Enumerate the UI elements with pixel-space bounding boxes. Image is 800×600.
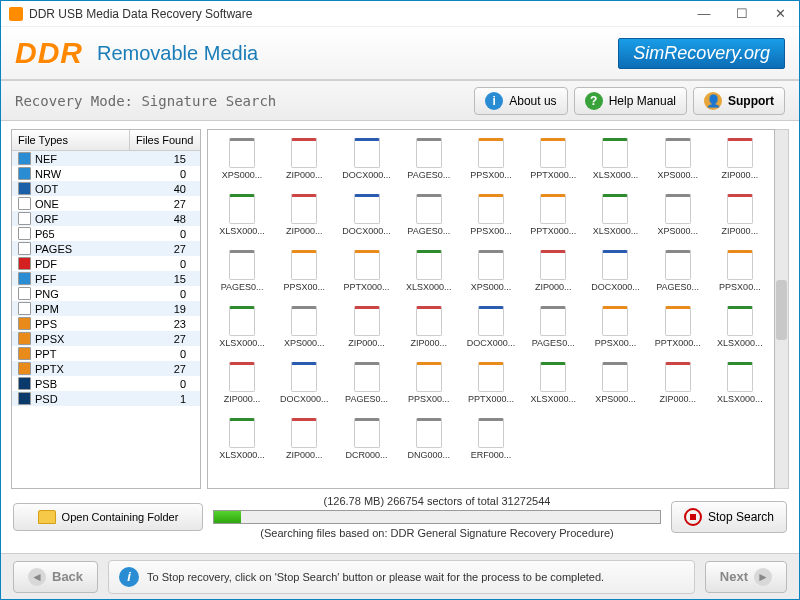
col-file-types: File Types — [12, 130, 130, 150]
filetype-row[interactable]: PPTX27 — [12, 361, 200, 376]
file-item[interactable]: PPSX00... — [710, 246, 770, 300]
filetype-row[interactable]: PPM19 — [12, 301, 200, 316]
filetype-row[interactable]: PPT0 — [12, 346, 200, 361]
file-item — [710, 414, 770, 468]
file-item[interactable]: PPTX000... — [523, 134, 583, 188]
help-button[interactable]: ? Help Manual — [574, 87, 687, 115]
file-item[interactable]: PPTX000... — [461, 358, 521, 412]
file-item[interactable]: XPS000... — [648, 190, 708, 244]
files-panel[interactable]: XPS000...ZIP000...DOCX000...PAGES0...PPS… — [207, 129, 775, 489]
next-button[interactable]: Next ► — [705, 561, 787, 593]
filetype-row[interactable]: ODT40 — [12, 181, 200, 196]
stop-icon — [684, 508, 702, 526]
progress-fill — [214, 511, 241, 523]
file-item[interactable]: DOCX000... — [336, 134, 396, 188]
filetype-row[interactable]: PEF15 — [12, 271, 200, 286]
file-item[interactable]: DNG000... — [399, 414, 459, 468]
file-item[interactable]: DOCX000... — [274, 358, 334, 412]
logo-text: DDR — [15, 36, 83, 70]
filetype-row[interactable]: P650 — [12, 226, 200, 241]
file-item[interactable]: XPS000... — [274, 302, 334, 356]
filetype-row[interactable]: PSD1 — [12, 391, 200, 406]
file-item — [523, 414, 583, 468]
open-folder-button[interactable]: Open Containing Folder — [13, 503, 203, 531]
file-item[interactable]: PAGES0... — [399, 134, 459, 188]
file-item — [585, 414, 645, 468]
mode-bar: Recovery Mode: Signature Search i About … — [1, 81, 799, 121]
back-button[interactable]: ◄ Back — [13, 561, 98, 593]
file-item[interactable]: PPTX000... — [648, 302, 708, 356]
scrollbar-thumb[interactable] — [776, 280, 787, 340]
file-item[interactable]: XLSX000... — [212, 414, 272, 468]
file-item[interactable]: ZIP000... — [710, 190, 770, 244]
file-item[interactable]: ERF000... — [461, 414, 521, 468]
filetype-row[interactable]: NRW0 — [12, 166, 200, 181]
file-item[interactable]: XLSX000... — [710, 358, 770, 412]
filetype-row[interactable]: PSB0 — [12, 376, 200, 391]
filetype-row[interactable]: NEF15 — [12, 151, 200, 166]
progress-note: (Searching files based on: DDR General S… — [260, 527, 613, 539]
files-panel-wrap: XPS000...ZIP000...DOCX000...PAGES0...PPS… — [207, 129, 789, 489]
file-item[interactable]: PAGES0... — [648, 246, 708, 300]
file-item[interactable]: XPS000... — [585, 358, 645, 412]
file-item[interactable]: ZIP000... — [336, 302, 396, 356]
file-item[interactable]: DOCX000... — [336, 190, 396, 244]
file-item[interactable]: PPTX000... — [523, 190, 583, 244]
open-folder-label: Open Containing Folder — [62, 511, 179, 523]
file-item[interactable]: PPSX00... — [461, 134, 521, 188]
stop-label: Stop Search — [708, 510, 774, 524]
folder-icon — [38, 510, 56, 524]
minimize-button[interactable]: — — [693, 6, 715, 22]
file-item[interactable]: XPS000... — [461, 246, 521, 300]
file-item[interactable]: XPS000... — [212, 134, 272, 188]
file-item[interactable]: XPS000... — [648, 134, 708, 188]
file-item[interactable]: PPTX000... — [336, 246, 396, 300]
filetype-row[interactable]: PPSX27 — [12, 331, 200, 346]
file-item[interactable]: XLSX000... — [399, 246, 459, 300]
file-item[interactable]: XLSX000... — [523, 358, 583, 412]
support-button[interactable]: 👤 Support — [693, 87, 785, 115]
close-button[interactable]: ✕ — [769, 6, 791, 22]
file-item[interactable]: PPSX00... — [399, 358, 459, 412]
footer: ◄ Back i To Stop recovery, click on 'Sto… — [1, 553, 799, 599]
file-item[interactable]: PAGES0... — [212, 246, 272, 300]
file-item[interactable]: ZIP000... — [710, 134, 770, 188]
file-item[interactable]: DOCX000... — [461, 302, 521, 356]
brand-badge: SimRecovery.org — [618, 38, 785, 69]
next-arrow-icon: ► — [754, 568, 772, 586]
filetype-row[interactable]: ONE27 — [12, 196, 200, 211]
file-item[interactable]: ZIP000... — [399, 302, 459, 356]
stop-search-button[interactable]: Stop Search — [671, 501, 787, 533]
scrollbar[interactable] — [775, 129, 789, 489]
filetype-row[interactable]: PDF0 — [12, 256, 200, 271]
about-button[interactable]: i About us — [474, 87, 567, 115]
file-item[interactable]: PAGES0... — [399, 190, 459, 244]
file-item[interactable]: ZIP000... — [274, 190, 334, 244]
file-item[interactable]: PPSX00... — [461, 190, 521, 244]
maximize-button[interactable]: ☐ — [731, 6, 753, 22]
file-item[interactable]: ZIP000... — [523, 246, 583, 300]
filetype-row[interactable]: PAGES27 — [12, 241, 200, 256]
file-item[interactable]: ZIP000... — [274, 414, 334, 468]
filetype-row[interactable]: ORF48 — [12, 211, 200, 226]
file-item[interactable]: PPSX00... — [274, 246, 334, 300]
file-item[interactable]: DCR000... — [336, 414, 396, 468]
file-item[interactable]: DOCX000... — [585, 246, 645, 300]
file-item[interactable]: ZIP000... — [274, 134, 334, 188]
file-item[interactable]: XLSX000... — [212, 302, 272, 356]
file-item[interactable]: XLSX000... — [585, 190, 645, 244]
filetype-list[interactable]: NEF15NRW0ODT40ONE27ORF48P650PAGES27PDF0P… — [12, 151, 200, 488]
back-arrow-icon: ◄ — [28, 568, 46, 586]
panels: File Types Files Found NEF15NRW0ODT40ONE… — [11, 129, 789, 489]
file-item[interactable]: XLSX000... — [212, 190, 272, 244]
file-item[interactable]: XLSX000... — [710, 302, 770, 356]
file-item[interactable]: PAGES0... — [523, 302, 583, 356]
file-item[interactable]: ZIP000... — [212, 358, 272, 412]
filetype-row[interactable]: PPS23 — [12, 316, 200, 331]
file-item[interactable]: PPSX00... — [585, 302, 645, 356]
recovery-mode-label: Recovery Mode: Signature Search — [15, 93, 276, 109]
file-item[interactable]: PAGES0... — [336, 358, 396, 412]
file-item[interactable]: ZIP000... — [648, 358, 708, 412]
filetype-row[interactable]: PNG0 — [12, 286, 200, 301]
file-item[interactable]: XLSX000... — [585, 134, 645, 188]
